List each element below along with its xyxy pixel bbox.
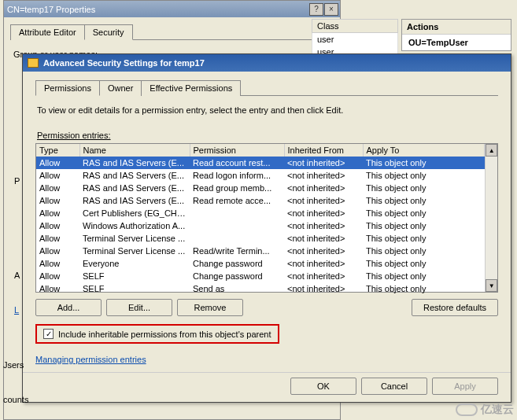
intro-text: To view or edit details for a permission… [37, 105, 497, 115]
scroll-up-button[interactable]: ▲ [486, 144, 497, 157]
entries-label: Permission entries: [37, 131, 497, 140]
left-letter-a: A [14, 271, 20, 280]
properties-title: CN=temp17 Properties [7, 5, 95, 14]
inherit-label: Include inheritable permissions from thi… [58, 330, 271, 339]
table-row[interactable]: AllowTerminal Server License ...Read/wri… [36, 245, 485, 257]
properties-tabs: Attribute Editor Security [10, 24, 340, 40]
col-inherited[interactable]: Inherited From [284, 144, 363, 157]
actions-pane: Actions OU=TempUser [401, 19, 511, 51]
watermark-icon [456, 403, 478, 416]
apply-button[interactable]: Apply [432, 378, 498, 395]
col-permission[interactable]: Permission [190, 144, 284, 157]
inherit-checkbox[interactable]: ✓ [43, 329, 54, 339]
ok-button[interactable]: OK [290, 378, 356, 395]
adv-tabs: Permissions Owner Effective Permissions [35, 79, 498, 96]
tab-effective-permissions[interactable]: Effective Permissions [141, 80, 241, 96]
adv-title-text: Advanced Security Settings for temp17 [43, 58, 205, 68]
table-row[interactable]: AllowEveryoneChange password<not inherit… [36, 257, 485, 270]
remove-button[interactable]: Remove [177, 299, 243, 316]
table-row[interactable]: AllowRAS and IAS Servers (E...Read remot… [36, 194, 485, 207]
watermark-text: 亿速云 [481, 403, 514, 417]
bg-class-column: Class user user [312, 19, 398, 58]
vertical-scrollbar[interactable]: ▲ ▼ [485, 144, 497, 292]
col-name[interactable]: Name [79, 144, 190, 157]
left-letter-l: L [14, 305, 19, 315]
permission-table[interactable]: Type Name Permission Inherited From Appl… [35, 143, 498, 293]
dialog-footer: OK Cancel Apply [23, 372, 511, 402]
actions-item[interactable]: OU=TempUser [402, 35, 511, 50]
table-row[interactable]: AllowRAS and IAS Servers (E...Read logon… [36, 169, 485, 182]
table-row[interactable]: AllowTerminal Server License ...<not inh… [36, 232, 485, 245]
table-row[interactable]: AllowSELFChange password<not inherited>T… [36, 270, 485, 282]
table-row[interactable]: AllowWindows Authorization A...<not inhe… [36, 219, 485, 232]
status-counts: counts [0, 393, 31, 406]
table-row[interactable]: AllowRAS and IAS Servers (E...Read group… [36, 182, 485, 194]
add-button[interactable]: Add... [35, 299, 102, 316]
table-row[interactable]: AllowSELFSend as<not inherited>This obje… [36, 282, 485, 295]
tab-attribute-editor[interactable]: Attribute Editor [10, 24, 85, 40]
left-letter-p: P [14, 176, 20, 186]
table-row[interactable]: AllowCert Publishers (EG_CH\...<not inhe… [36, 207, 485, 219]
advanced-security-dialog: Advanced Security Settings for temp17 Pe… [22, 53, 511, 403]
tab-permissions[interactable]: Permissions [35, 80, 100, 96]
status-users: Jsers [0, 359, 27, 371]
restore-defaults-button[interactable]: Restore defaults [412, 299, 498, 316]
scroll-down-button[interactable]: ▼ [486, 279, 497, 292]
tab-security[interactable]: Security [84, 24, 133, 40]
managing-permissions-link[interactable]: Managing permission entries [35, 355, 146, 364]
actions-header: Actions [402, 20, 511, 35]
folder-icon [28, 58, 39, 68]
adv-titlebar[interactable]: Advanced Security Settings for temp17 [23, 54, 511, 72]
watermark: 亿速云 [456, 403, 514, 417]
bg-class-header[interactable]: Class [312, 19, 398, 33]
col-type[interactable]: Type [36, 144, 79, 157]
tab-owner[interactable]: Owner [99, 80, 142, 96]
bg-class-cell: user [312, 33, 398, 46]
scroll-track[interactable] [486, 157, 497, 279]
help-button[interactable]: ? [309, 3, 323, 16]
properties-titlebar[interactable]: CN=temp17 Properties ? × [4, 1, 340, 17]
edit-button[interactable]: Edit... [106, 299, 172, 316]
close-button[interactable]: × [324, 3, 338, 16]
col-apply-to[interactable]: Apply To [363, 144, 485, 157]
cancel-button[interactable]: Cancel [361, 378, 427, 395]
table-row[interactable]: AllowRAS and IAS Servers (E...Read accou… [36, 157, 485, 169]
inherit-highlight: ✓ Include inheritable permissions from t… [35, 324, 279, 344]
